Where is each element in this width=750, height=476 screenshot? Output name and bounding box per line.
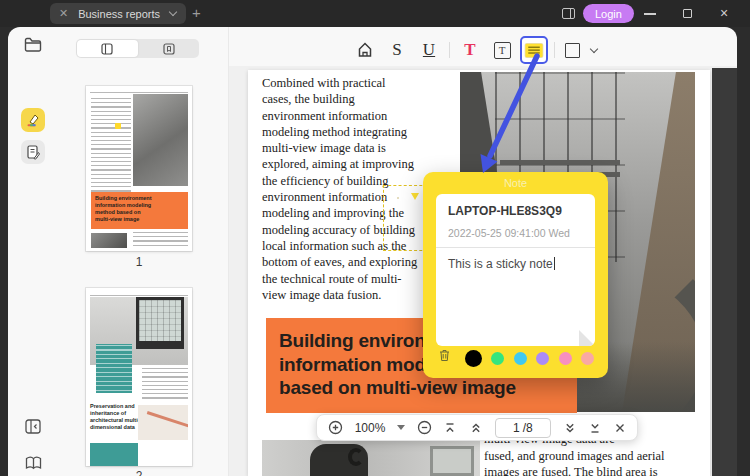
- add-tab-button[interactable]: +: [192, 4, 201, 21]
- close-pager-button[interactable]: [614, 422, 626, 434]
- page-thumbnail-2[interactable]: Preservation and inheritance of architec…: [86, 288, 192, 466]
- current-page: 1: [513, 421, 520, 435]
- chevron-down-icon: [590, 44, 598, 52]
- thumb2-text-block: [142, 368, 188, 400]
- color-dot-salmon[interactable]: [581, 352, 594, 365]
- note-divider: [436, 247, 595, 248]
- panel-tabs: [76, 39, 199, 58]
- page-number-input[interactable]: 1 /8: [495, 418, 551, 438]
- note-content-area[interactable]: LAPTOP-HLE8S3Q9 2022-05-25 09:41:00 Wed …: [436, 194, 595, 346]
- zoom-dropdown-icon[interactable]: [397, 425, 405, 430]
- color-dot-purple[interactable]: [536, 352, 549, 365]
- thumb1-text-block: [91, 98, 131, 192]
- thumb2-header-rule: [90, 295, 188, 296]
- shape-tool-dropdown[interactable]: [585, 36, 603, 64]
- next-page-button[interactable]: [563, 421, 577, 435]
- thumb2-teal-block: [90, 443, 138, 466]
- sticky-note-popup[interactable]: Note LAPTOP-HLE8S3Q9 2022-05-25 09:41:00…: [423, 172, 608, 378]
- note-body-text[interactable]: This is a sticky note: [448, 257, 583, 271]
- folded-corner: [579, 330, 595, 346]
- total-pages: /8: [523, 421, 533, 435]
- note-footer: [423, 347, 608, 369]
- underline-tool[interactable]: U: [413, 36, 445, 64]
- monitor-back: [430, 446, 474, 476]
- previous-page-button[interactable]: [469, 421, 483, 435]
- tab-close-icon[interactable]: ✕: [59, 8, 68, 19]
- note-timestamp: 2022-05-25 09:41:00 Wed: [448, 227, 583, 239]
- toggle-panel-icon[interactable]: [562, 8, 575, 19]
- text-caret: [554, 257, 555, 270]
- document-tab[interactable]: ✕ Business reports: [50, 3, 186, 24]
- maximize-button[interactable]: [683, 9, 692, 18]
- page-navigation-toolbar: 100% 1 /8: [316, 414, 638, 441]
- headset-shape: [348, 448, 364, 466]
- thumb1-header-rule: [90, 92, 188, 93]
- thumb2-page-number: 2: [86, 469, 192, 476]
- note-author: LAPTOP-HLE8S3Q9: [448, 204, 583, 218]
- highlight-tool[interactable]: [349, 36, 381, 64]
- zoom-out-button[interactable]: [417, 420, 432, 435]
- viewport-right-gutter: [712, 68, 737, 476]
- open-file-icon[interactable]: [24, 37, 43, 52]
- app-window: ✕ Business reports + Login ×: [0, 0, 750, 476]
- panel-divider: [228, 27, 229, 476]
- zoom-in-button[interactable]: [328, 420, 343, 435]
- thumb1-page-number: 1: [86, 255, 192, 269]
- color-dot-green[interactable]: [491, 352, 504, 365]
- thumb2-teal-textbox: [90, 337, 138, 400]
- thumbnails-icon: [101, 43, 113, 55]
- highlighter-icon: [26, 113, 40, 127]
- titlebar: ✕ Business reports + Login ×: [0, 0, 750, 27]
- reader-book-icon[interactable]: [25, 456, 42, 470]
- color-dot-pink[interactable]: [559, 352, 572, 365]
- window-close-button[interactable]: ×: [720, 5, 728, 21]
- color-dot-black-selected[interactable]: [465, 350, 482, 367]
- zoom-level[interactable]: 100%: [355, 421, 386, 435]
- delete-note-icon[interactable]: [439, 349, 450, 362]
- toolbar-divider: [449, 42, 450, 58]
- minimize-button[interactable]: [644, 13, 656, 15]
- thumb1-photo: [133, 94, 188, 186]
- thumb1-heading: Building environment information modelin…: [91, 192, 188, 229]
- page-thumbnail-1[interactable]: Building environment information modelin…: [86, 86, 192, 251]
- workstation-photo: [262, 440, 480, 476]
- thumb2-monitor: [136, 297, 184, 349]
- highlight-nib-icon: [356, 41, 374, 59]
- thumb1-photo-2: [91, 233, 127, 248]
- thumb1-text-block-2: [133, 232, 188, 248]
- document-pen-icon: [26, 145, 40, 160]
- rectangle-shape-icon: [565, 43, 580, 58]
- first-page-button[interactable]: [443, 421, 457, 435]
- bookmark-icon: [163, 43, 175, 55]
- tab-bookmarks[interactable]: [139, 39, 200, 58]
- strikethrough-tool[interactable]: S: [381, 36, 413, 64]
- last-page-button[interactable]: [588, 421, 602, 435]
- collapse-sidebar-icon[interactable]: [25, 419, 41, 434]
- page-edit-tool[interactable]: [21, 140, 45, 164]
- tab-title: Business reports: [68, 8, 170, 20]
- color-dot-blue[interactable]: [514, 352, 527, 365]
- tutorial-arrow: [455, 46, 565, 186]
- note-color-palette: [465, 350, 594, 367]
- tab-chevron-down-icon[interactable]: [169, 8, 177, 16]
- annotate-tool-active[interactable]: [21, 108, 45, 132]
- tab-thumbnails[interactable]: [77, 40, 138, 57]
- thumb1-note-marker: [115, 123, 121, 129]
- login-button[interactable]: Login: [583, 4, 634, 23]
- thumb2-pencil-photo: [138, 405, 188, 440]
